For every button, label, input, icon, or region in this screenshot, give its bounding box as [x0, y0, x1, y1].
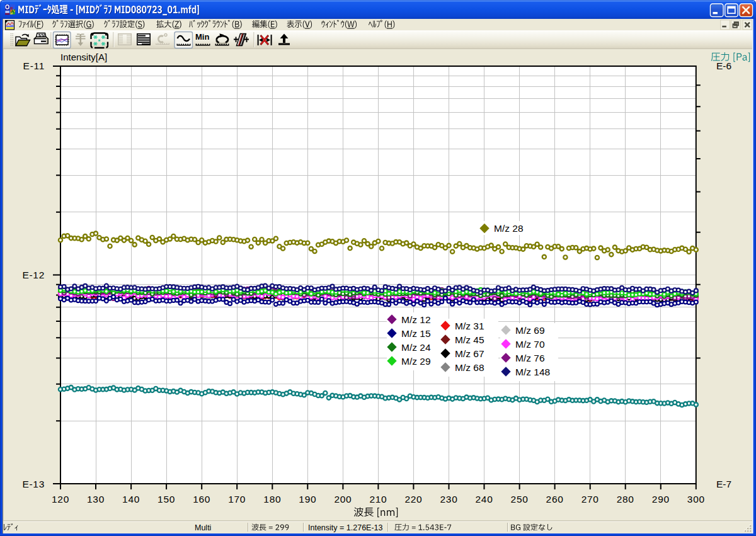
svg-text:150: 150 [158, 494, 175, 505]
svg-text:M/z 76: M/z 76 [515, 353, 545, 363]
svg-text:260: 260 [546, 494, 564, 505]
svg-text:190: 190 [299, 494, 316, 505]
svg-text:140: 140 [122, 494, 140, 505]
svg-text:300: 300 [687, 494, 705, 505]
svg-text:M/z 148: M/z 148 [515, 367, 550, 377]
svg-text:E-7: E-7 [716, 479, 731, 489]
svg-text:250: 250 [511, 494, 529, 505]
svg-text:M/z 69: M/z 69 [515, 325, 545, 336]
svg-text:M/z 67: M/z 67 [455, 348, 484, 359]
svg-text:290: 290 [652, 494, 670, 505]
svg-text:200: 200 [334, 494, 352, 505]
svg-text:E-6: E-6 [716, 60, 731, 71]
svg-text:M/z 28: M/z 28 [494, 223, 524, 234]
svg-text:120: 120 [52, 494, 69, 505]
svg-text:130: 130 [87, 494, 105, 505]
svg-text:M/z 45: M/z 45 [455, 334, 484, 345]
svg-text:Min: Min [195, 32, 209, 42]
svg-text:160: 160 [193, 494, 210, 505]
svg-text:M/z 24: M/z 24 [401, 342, 431, 353]
svg-text:180: 180 [263, 494, 281, 505]
svg-text:Intensity = 1.276E-13: Intensity = 1.276E-13 [308, 523, 383, 532]
svg-text:210: 210 [369, 494, 387, 505]
svg-text:240: 240 [476, 494, 493, 505]
svg-text:230: 230 [440, 494, 458, 505]
svg-text:280: 280 [617, 494, 634, 505]
svg-text:M/z 29: M/z 29 [401, 356, 431, 367]
svg-text:M/z 68: M/z 68 [455, 362, 484, 373]
svg-text:170: 170 [228, 494, 246, 505]
svg-text:E-12: E-12 [22, 270, 45, 280]
svg-text:E-11: E-11 [23, 60, 45, 71]
svg-text:220: 220 [404, 494, 422, 505]
svg-text:M/z 12: M/z 12 [401, 314, 431, 325]
svg-text:E-13: E-13 [22, 479, 45, 489]
svg-text:Multi: Multi [195, 523, 211, 532]
svg-text:Intensity[A]: Intensity[A] [60, 52, 107, 62]
svg-text:M/z 15: M/z 15 [401, 328, 431, 339]
svg-text:M/z 31: M/z 31 [455, 321, 484, 331]
svg-text:270: 270 [581, 494, 599, 505]
svg-text:M/z 70: M/z 70 [515, 339, 545, 350]
